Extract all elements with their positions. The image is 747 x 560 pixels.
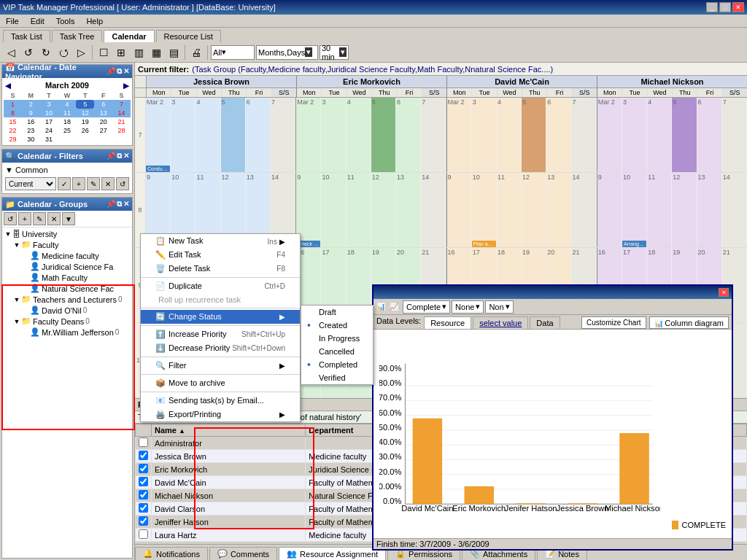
day-cell[interactable]: Mar 2 xyxy=(597,98,622,172)
chart-tab-select[interactable]: select value xyxy=(473,316,528,329)
chart-close-btn[interactable]: ✕ xyxy=(719,288,729,297)
cal-day[interactable]: 12 xyxy=(76,109,94,117)
day-cell[interactable]: 4 xyxy=(497,98,522,172)
day-cell[interactable]: 10 Plan assignments wi xyxy=(472,173,497,247)
day-cell[interactable]: 3 xyxy=(622,98,647,172)
cal-day[interactable]: 31 xyxy=(40,135,58,144)
tree-item-natural[interactable]: 👤 Natural Science Fac xyxy=(4,283,131,294)
task-block[interactable]: Arrange test of the obtained xyxy=(622,241,646,247)
cal-day[interactable]: 18 xyxy=(58,117,77,126)
status-cancelled[interactable]: Cancelled xyxy=(301,345,373,358)
cal-day[interactable]: 20 xyxy=(94,117,112,126)
ctx-decrease-priority[interactable]: ⬇️Decrease Priority Shift+Ctrl+Down xyxy=(141,341,300,355)
status-in-progress[interactable]: In Progress xyxy=(301,332,373,345)
row-cb[interactable] xyxy=(139,490,148,499)
ctx-edit-task[interactable]: ✏️Edit Task F4 xyxy=(141,248,300,262)
ctx-change-status[interactable]: 🔄Change Status ▶ xyxy=(141,310,300,324)
groups-pin-icon[interactable]: 📌 xyxy=(107,200,115,209)
toolbar-btn-11[interactable]: 🖨 xyxy=(188,44,204,61)
toolbar-btn-8[interactable]: ▥ xyxy=(131,44,147,61)
minimize-btn[interactable]: _ xyxy=(706,2,718,12)
bar-david[interactable] xyxy=(413,419,443,505)
tree-item-faculty[interactable]: ▼ 📁 Faculty xyxy=(4,239,131,250)
filter-btn-1[interactable]: ✓ xyxy=(58,177,71,190)
filter-btn-5[interactable]: ↺ xyxy=(116,177,129,190)
cal-day[interactable]: 23 xyxy=(22,126,40,135)
menu-edit[interactable]: Edit xyxy=(25,15,50,27)
day-cell[interactable]: 11 xyxy=(647,173,672,247)
months-days-dropdown[interactable]: Months,Days ▾ xyxy=(256,45,318,60)
toolbar-btn-6[interactable]: ☐ xyxy=(96,44,112,61)
day-cell[interactable]: 4 xyxy=(347,98,371,172)
cal-day[interactable]: 30 xyxy=(22,135,40,144)
day-cell[interactable]: 3 xyxy=(321,98,346,172)
cal-day[interactable]: 19 xyxy=(76,117,94,126)
maximize-btn[interactable]: □ xyxy=(719,2,731,12)
cal-day[interactable]: 10 xyxy=(40,109,58,117)
cal-day[interactable]: 29 xyxy=(4,135,22,144)
bar-eric[interactable] xyxy=(465,486,495,504)
cal-day[interactable]: 3 xyxy=(40,100,58,109)
tab-comments[interactable]: 💬 Comments xyxy=(209,547,277,560)
tab-task-tree[interactable]: Task Tree xyxy=(52,30,103,42)
tree-item-math[interactable]: 👤 Math Faculty xyxy=(4,272,131,283)
day-cell[interactable]: Mar 2 xyxy=(447,98,472,172)
tree-item-university[interactable]: ▼ 🗄 University xyxy=(4,229,131,239)
toolbar-btn-3[interactable]: ↻ xyxy=(38,44,54,61)
all-dropdown[interactable]: All ▾ xyxy=(211,45,255,60)
toolbar-btn-9[interactable]: ▦ xyxy=(148,44,164,61)
tree-item-david-onil[interactable]: 👤 David O'Nil 0 xyxy=(4,305,131,316)
tree-item-william[interactable]: 👤 Mr.William Jefferson 0 xyxy=(4,327,131,338)
day-cell[interactable]: 6 xyxy=(546,98,571,172)
day-cell[interactable]: 10 Arrange test of the obtained xyxy=(622,173,647,247)
cal-day[interactable]: 25 xyxy=(58,126,77,135)
toolbar-btn-5[interactable]: ▷ xyxy=(73,44,89,61)
row-cb[interactable] xyxy=(139,503,148,513)
cal-day[interactable]: 1 xyxy=(4,100,22,109)
tab-calendar[interactable]: Calendar xyxy=(104,30,154,42)
column-diagram-btn[interactable]: 📊 Column diagram xyxy=(649,316,729,329)
cal-day[interactable]: 7 xyxy=(112,100,131,109)
time-dropdown[interactable]: 30 min ▾ xyxy=(320,45,349,60)
filter-pin-icon[interactable]: 📌 xyxy=(107,152,115,160)
row-cb[interactable] xyxy=(139,464,148,473)
filter-btn-2[interactable]: + xyxy=(72,177,85,190)
toolbar-btn-4[interactable]: ⭯ xyxy=(55,44,71,61)
day-cell[interactable]: 5 xyxy=(221,98,246,172)
toolbar-btn-2[interactable]: ↺ xyxy=(20,44,36,61)
day-cell[interactable]: 9 xyxy=(447,173,472,247)
cal-day[interactable]: 26 xyxy=(76,126,94,135)
day-cell[interactable]: 11 xyxy=(497,173,522,247)
menu-file[interactable]: File xyxy=(0,15,25,27)
cal-day[interactable]: 17 xyxy=(40,117,58,126)
tree-btn-3[interactable]: ✎ xyxy=(33,212,46,225)
day-cell[interactable]: 3 xyxy=(171,98,196,172)
day-cell[interactable]: 6 xyxy=(246,98,271,172)
day-cell[interactable]: 13 xyxy=(546,173,571,247)
ctx-export[interactable]: 🖨️Export/Printing ▶ xyxy=(141,408,300,421)
cal-day[interactable]: 28 xyxy=(112,126,131,135)
row-cb[interactable] xyxy=(139,516,148,526)
nav-float-icon[interactable]: ⧉ xyxy=(117,67,122,76)
chart-tab-data[interactable]: Data xyxy=(530,316,560,329)
tree-item-juridical[interactable]: 👤 Juridical Science Fa xyxy=(4,261,131,272)
cal-day[interactable]: 8 xyxy=(4,109,22,117)
cal-day[interactable]: 16 xyxy=(22,117,40,126)
cal-day[interactable]: 21 xyxy=(112,117,131,126)
row-cb[interactable] xyxy=(139,529,148,539)
tree-btn-5[interactable]: ▼ xyxy=(62,212,75,225)
toolbar-btn-10[interactable]: ▤ xyxy=(166,44,182,61)
cal-day[interactable]: 15 xyxy=(4,117,22,126)
day-cell[interactable]: Mar 2 Conduct a natural history lesson w… xyxy=(146,98,171,172)
day-cell[interactable]: 6 xyxy=(697,98,722,172)
day-cell[interactable]: 4 xyxy=(647,98,672,172)
ctx-new-task[interactable]: 📋New Task Ins ▶ xyxy=(141,234,300,248)
status-verified[interactable]: Verified xyxy=(301,371,373,384)
filter-float-icon[interactable]: ⧉ xyxy=(117,152,122,160)
ctx-filter[interactable]: 🔍Filter ▶ xyxy=(141,359,300,373)
complete-dropdown[interactable]: Complete ▾ xyxy=(403,300,450,314)
ctx-duplicate[interactable]: 📄Duplicate Ctrl+D xyxy=(141,279,300,293)
ctx-delete-task[interactable]: 🗑️Delete Task F8 xyxy=(141,262,300,276)
menu-help[interactable]: Help xyxy=(80,15,109,27)
tree-btn-4[interactable]: ✕ xyxy=(47,212,61,225)
